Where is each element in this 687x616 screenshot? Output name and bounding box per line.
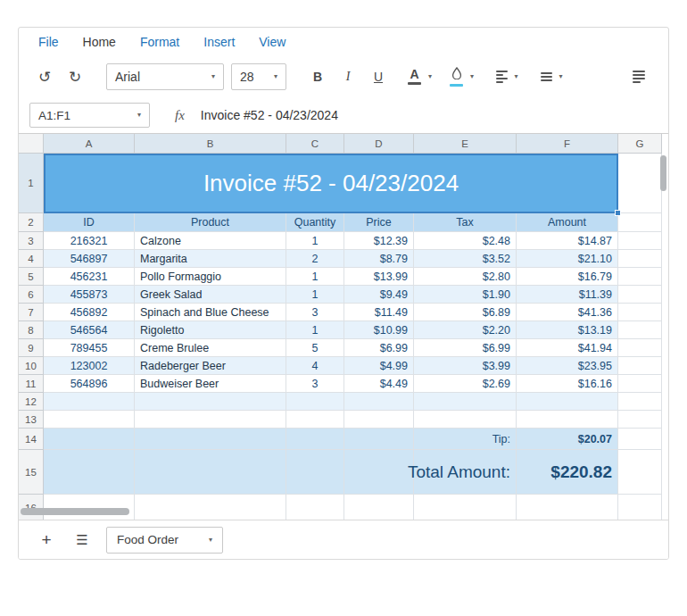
cell-B8[interactable]: Rigoletto xyxy=(135,321,286,339)
cell-G6[interactable] xyxy=(618,286,662,304)
cell-G1[interactable] xyxy=(618,154,662,213)
row-header-11[interactable]: 11 xyxy=(19,375,44,393)
cell-F14[interactable]: $20.07 xyxy=(517,429,618,450)
cell-D9[interactable]: $6.99 xyxy=(344,339,414,357)
cell-B13[interactable] xyxy=(135,411,286,429)
cell-D8[interactable]: $10.99 xyxy=(344,321,414,339)
cell-E13[interactable] xyxy=(414,411,517,429)
cell-reference-box[interactable]: A1:F1 ▾ xyxy=(29,103,150,128)
cell-B7[interactable]: Spinach and Blue Cheese xyxy=(135,304,286,321)
cell-G12[interactable] xyxy=(618,393,662,411)
cell-F16[interactable] xyxy=(517,495,618,520)
cell-G8[interactable] xyxy=(618,321,662,339)
row-header-3[interactable]: 3 xyxy=(19,232,44,250)
cell-C9[interactable]: 5 xyxy=(286,339,344,357)
column-header-E[interactable]: E xyxy=(414,134,517,154)
row-header-13[interactable]: 13 xyxy=(19,411,44,429)
row-header-14[interactable]: 14 xyxy=(19,429,44,450)
wrap-text-button[interactable] xyxy=(627,63,650,90)
horizontal-scrollbar[interactable] xyxy=(21,508,129,515)
cell-A5[interactable]: 456231 xyxy=(44,268,135,286)
corner-cell[interactable] xyxy=(19,134,44,154)
cell-A10[interactable]: 123002 xyxy=(44,357,135,375)
cell-A7[interactable]: 456892 xyxy=(44,304,135,321)
cell-B10[interactable]: Radeberger Beer xyxy=(135,357,286,375)
cell-C8[interactable]: 1 xyxy=(286,321,344,339)
row-header-1[interactable]: 1 xyxy=(19,154,44,213)
column-header-A[interactable]: A xyxy=(44,134,135,154)
cell-E11[interactable]: $2.69 xyxy=(414,375,517,393)
cell-A16[interactable] xyxy=(44,495,135,520)
cell-F3[interactable]: $14.87 xyxy=(517,232,618,250)
cell-C15[interactable] xyxy=(286,450,344,495)
bold-button[interactable]: B xyxy=(306,63,329,90)
cell-F6[interactable]: $11.39 xyxy=(517,286,618,304)
cell-G4[interactable] xyxy=(618,250,662,268)
font-size-select[interactable]: 28 ▾ xyxy=(231,63,286,90)
undo-button[interactable]: ↺ xyxy=(33,63,56,90)
cell-A12[interactable] xyxy=(44,393,135,411)
cell-A4[interactable]: 546897 xyxy=(44,250,135,268)
cell-C10[interactable]: 4 xyxy=(286,357,344,375)
cell-G5[interactable] xyxy=(618,268,662,286)
cell-D13[interactable] xyxy=(344,411,414,429)
row-header-4[interactable]: 4 xyxy=(19,250,44,268)
cell-D6[interactable]: $9.49 xyxy=(344,286,414,304)
menu-item-insert[interactable]: Insert xyxy=(203,35,235,49)
column-header-C[interactable]: C xyxy=(286,134,344,154)
cell-D7[interactable]: $11.49 xyxy=(344,304,414,321)
cell-A14[interactable] xyxy=(44,429,135,450)
cell-D14[interactable] xyxy=(344,429,414,450)
cell-F7[interactable]: $41.36 xyxy=(517,304,618,321)
italic-button[interactable]: I xyxy=(336,63,360,90)
row-header-6[interactable]: 6 xyxy=(19,286,44,304)
cell-D5[interactable]: $13.99 xyxy=(344,268,414,286)
row-header-15[interactable]: 15 xyxy=(19,450,44,495)
cell-G9[interactable] xyxy=(618,339,662,357)
cell-F15[interactable]: $220.82 xyxy=(517,450,618,495)
cell-F9[interactable]: $41.94 xyxy=(517,339,618,357)
cell-B2[interactable]: Product xyxy=(135,213,286,232)
cell-C4[interactable]: 2 xyxy=(286,250,344,268)
cell-D11[interactable]: $4.49 xyxy=(344,375,414,393)
row-header-2[interactable]: 2 xyxy=(19,213,44,232)
cell-B16[interactable] xyxy=(135,495,286,520)
cell-D3[interactable]: $12.39 xyxy=(344,232,414,250)
add-sheet-button[interactable]: + xyxy=(35,527,58,554)
row-header-8[interactable]: 8 xyxy=(19,321,44,339)
sheet-tab-selector[interactable]: Food Order ▾ xyxy=(106,527,223,554)
cell-D16[interactable] xyxy=(344,495,414,520)
cell-F13[interactable] xyxy=(517,411,618,429)
cell-B9[interactable]: Creme Brulee xyxy=(135,339,286,357)
cell-B4[interactable]: Margarita xyxy=(135,250,286,268)
cell-C16[interactable] xyxy=(286,495,344,520)
vertical-align-button[interactable]: ▾ xyxy=(540,63,563,90)
cell-D10[interactable]: $4.99 xyxy=(344,357,414,375)
cell-E2[interactable]: Tax xyxy=(414,213,517,232)
cell-B3[interactable]: Calzone xyxy=(135,232,286,250)
cell-E9[interactable]: $6.99 xyxy=(414,339,517,357)
cell-D4[interactable]: $8.79 xyxy=(344,250,414,268)
menu-item-home[interactable]: Home xyxy=(83,35,116,49)
cell-A11[interactable]: 564896 xyxy=(44,375,135,393)
cell-G7[interactable] xyxy=(618,304,662,321)
redo-button[interactable]: ↻ xyxy=(63,63,87,90)
menu-item-format[interactable]: Format xyxy=(140,35,179,49)
cell-C14[interactable] xyxy=(286,429,344,450)
cell-C3[interactable]: 1 xyxy=(286,232,344,250)
menu-item-view[interactable]: View xyxy=(259,35,286,49)
cell-D12[interactable] xyxy=(344,393,414,411)
cell-G2[interactable] xyxy=(618,213,662,232)
sheet-list-button[interactable]: ☰ xyxy=(70,527,94,554)
cell-E5[interactable]: $2.80 xyxy=(414,268,517,286)
row-header-12[interactable]: 12 xyxy=(19,393,44,411)
fill-handle[interactable] xyxy=(615,210,621,216)
cell-A2[interactable]: ID xyxy=(44,213,135,232)
fill-color-button[interactable]: ▾ xyxy=(450,63,474,90)
cell-C5[interactable]: 1 xyxy=(286,268,344,286)
cell-A3[interactable]: 216321 xyxy=(44,232,135,250)
cell-G13[interactable] xyxy=(618,411,662,429)
cell-F12[interactable] xyxy=(517,393,618,411)
row-header-9[interactable]: 9 xyxy=(19,339,44,357)
font-family-select[interactable]: Arial ▾ xyxy=(106,63,224,90)
